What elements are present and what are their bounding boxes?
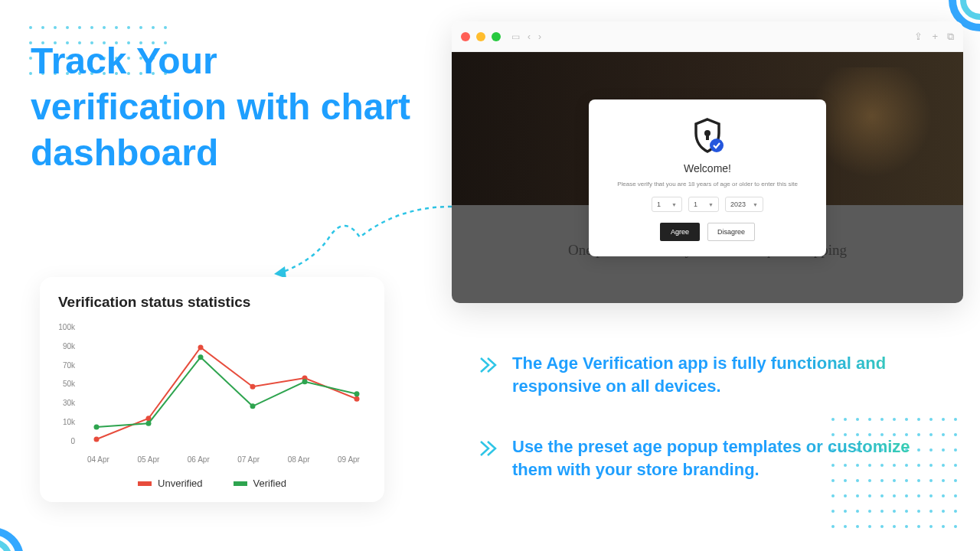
svg-point-16 bbox=[354, 391, 360, 396]
decorative-arrow bbox=[260, 199, 459, 283]
chart-x-axis-labels: 04 Apr05 Apr06 Apr07 Apr08 Apr09 Apr bbox=[81, 455, 366, 464]
chevron-down-icon: ▼ bbox=[708, 202, 714, 207]
svg-point-10 bbox=[354, 396, 360, 402]
feature-list: The Age Verification app is fully functi… bbox=[479, 352, 930, 520]
traffic-lights bbox=[461, 32, 501, 41]
legend-swatch-green bbox=[234, 481, 247, 486]
age-verification-modal: Welcome! Please verify that you are 18 y… bbox=[589, 99, 826, 256]
svg-point-7 bbox=[198, 345, 204, 350]
svg-rect-18 bbox=[706, 135, 709, 140]
minimize-icon[interactable] bbox=[476, 32, 485, 41]
chart-title: Verification status statistics bbox=[58, 294, 366, 311]
maximize-icon[interactable] bbox=[492, 32, 501, 41]
sidebar-icon[interactable]: ▭ bbox=[511, 31, 520, 42]
svg-point-3 bbox=[963, 0, 980, 17]
chevron-double-right-icon bbox=[479, 355, 498, 375]
feature-text-2: Use the preset age popup templates or cu… bbox=[512, 435, 930, 481]
chart-legend: Unverified Verified bbox=[58, 478, 366, 489]
modal-welcome: Welcome! bbox=[604, 162, 811, 174]
disagree-button[interactable]: Disagree bbox=[707, 223, 755, 241]
svg-point-14 bbox=[250, 403, 256, 409]
svg-point-15 bbox=[302, 379, 308, 384]
new-tab-icon[interactable]: + bbox=[932, 31, 938, 43]
chevron-down-icon: ▼ bbox=[671, 202, 677, 207]
shield-check-icon bbox=[604, 116, 811, 155]
chevron-down-icon: ▼ bbox=[753, 202, 758, 207]
svg-point-5 bbox=[94, 437, 100, 442]
modal-instruction: Please verify that you are 18 years of a… bbox=[604, 181, 811, 187]
share-icon[interactable]: ⇪ bbox=[914, 31, 923, 43]
tabs-icon[interactable]: ⧉ bbox=[947, 31, 954, 43]
legend-swatch-red bbox=[138, 481, 152, 486]
decorative-arc-bottom-left bbox=[0, 513, 38, 551]
legend-unverified: Unverified bbox=[138, 478, 203, 489]
agree-button[interactable]: Agree bbox=[660, 223, 700, 241]
svg-point-11 bbox=[94, 425, 100, 430]
nav-back-icon[interactable]: ‹ bbox=[528, 31, 531, 42]
chart-plot bbox=[81, 323, 372, 445]
chevron-double-right-icon bbox=[479, 439, 498, 458]
chart-card: Verification status statistics 100k90k70… bbox=[40, 277, 384, 502]
browser-mockup: ▭ ‹ › ⇪ + ⧉ One place for all of your on… bbox=[452, 21, 963, 303]
page-headline: Track Your verification with chart dashb… bbox=[31, 38, 413, 176]
svg-point-1 bbox=[0, 542, 9, 551]
svg-point-13 bbox=[198, 354, 204, 360]
year-select[interactable]: 2023▼ bbox=[725, 197, 763, 212]
feature-item-1: The Age Verification app is fully functi… bbox=[479, 352, 930, 397]
close-icon[interactable] bbox=[461, 32, 470, 41]
chart-y-axis-labels: 100k90k70k50k30k10k0 bbox=[55, 323, 75, 445]
feature-item-2: Use the preset age popup templates or cu… bbox=[479, 435, 930, 481]
chart-area: 100k90k70k50k30k10k0 04 Apr05 Apr06 Apr0… bbox=[58, 323, 366, 461]
nav-forward-icon[interactable]: › bbox=[538, 31, 541, 42]
svg-point-8 bbox=[250, 384, 256, 390]
day-select[interactable]: 1▼ bbox=[652, 197, 682, 212]
svg-point-12 bbox=[146, 421, 152, 426]
legend-verified: Verified bbox=[234, 478, 286, 489]
month-select[interactable]: 1▼ bbox=[688, 197, 719, 212]
svg-point-19 bbox=[710, 139, 724, 152]
legend-label-verified: Verified bbox=[253, 478, 286, 489]
browser-content: One place for all of your online liquor … bbox=[452, 52, 963, 303]
feature-text-1: The Age Verification app is fully functi… bbox=[512, 352, 930, 397]
legend-label-unverified: Unverified bbox=[158, 478, 203, 489]
browser-toolbar: ▭ ‹ › ⇪ + ⧉ bbox=[452, 21, 963, 52]
date-selects: 1▼ 1▼ 2023▼ bbox=[604, 197, 811, 212]
